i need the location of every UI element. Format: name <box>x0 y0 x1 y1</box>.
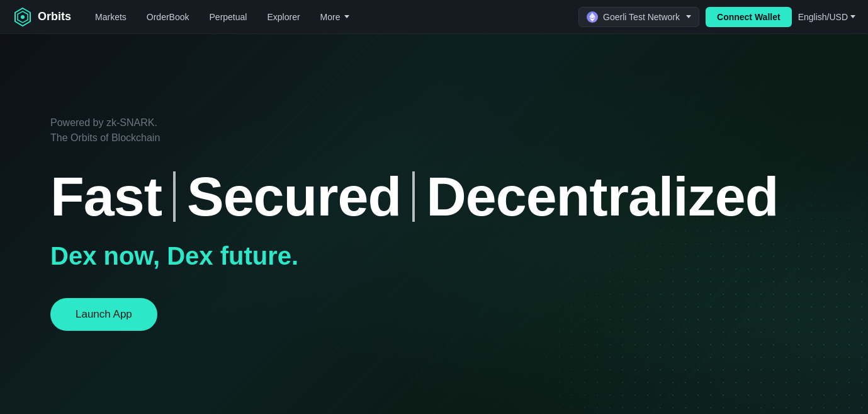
network-chevron-icon <box>686 15 691 18</box>
nav-links: Markets OrderBook Perpetual Explorer Mor… <box>86 7 578 27</box>
navbar: Orbits Markets OrderBook Perpetual Explo… <box>0 0 868 34</box>
nav-item-orderbook[interactable]: OrderBook <box>138 7 198 27</box>
nav-item-perpetual[interactable]: Perpetual <box>201 7 256 27</box>
language-selector[interactable]: English/USD <box>798 12 855 22</box>
nav-item-more[interactable]: More <box>312 7 358 27</box>
headline-word-secured: Secured <box>187 169 401 224</box>
headline-word-decentralized: Decentralized <box>426 169 778 224</box>
hero-headline: Fast Secured Decentralized <box>50 169 868 224</box>
headline-word-fast: Fast <box>50 169 162 224</box>
language-chevron-icon <box>850 15 855 18</box>
headline-divider-1 <box>173 171 176 222</box>
language-label: English/USD <box>798 12 848 22</box>
hero-section: Powered by zk-SNARK. The Orbits of Block… <box>0 34 868 414</box>
navbar-right: Goerli Test Network Connect Wallet Engli… <box>578 7 855 27</box>
logo-text: Orbits <box>38 10 71 23</box>
more-chevron-icon <box>344 15 349 18</box>
orbits-logo-icon <box>13 7 33 27</box>
hero-tagline: Dex now, Dex future. <box>50 242 868 270</box>
hero-subtitle-1: Powered by zk-SNARK. <box>50 117 868 129</box>
ethereum-icon <box>587 11 598 23</box>
nav-item-explorer[interactable]: Explorer <box>258 7 308 27</box>
network-name: Goerli Test Network <box>603 12 680 22</box>
headline-divider-2 <box>412 171 415 222</box>
launch-app-button[interactable]: Launch App <box>50 298 157 331</box>
logo-link[interactable]: Orbits <box>13 7 71 27</box>
network-selector-button[interactable]: Goerli Test Network <box>578 7 699 27</box>
nav-item-markets[interactable]: Markets <box>86 7 135 27</box>
svg-point-2 <box>21 15 25 19</box>
hero-subtitle-2: The Orbits of Blockchain <box>50 132 868 144</box>
connect-wallet-button[interactable]: Connect Wallet <box>706 7 792 27</box>
